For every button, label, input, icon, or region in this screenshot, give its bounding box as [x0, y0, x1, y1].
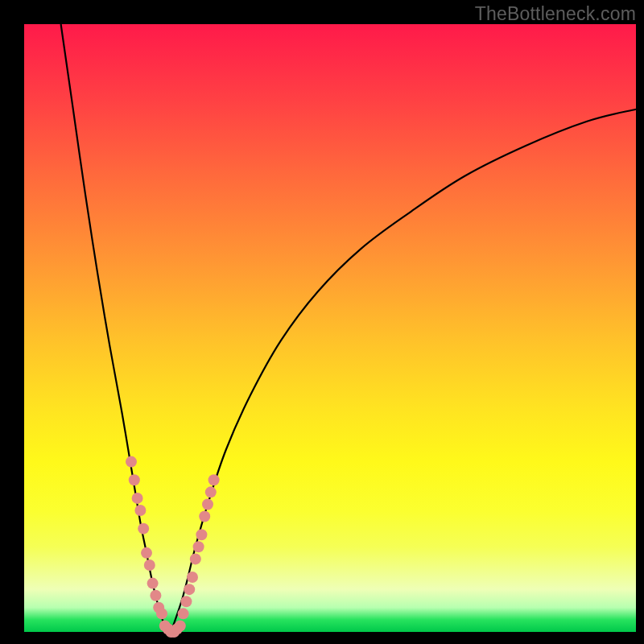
plot-area — [24, 24, 636, 632]
data-marker — [196, 529, 207, 540]
data-marker — [175, 620, 186, 631]
right-curve — [171, 109, 636, 632]
data-marker — [150, 590, 161, 601]
data-marker — [144, 559, 155, 571]
data-marker — [178, 608, 189, 619]
marker-group — [126, 456, 220, 638]
chart-frame: TheBottleneck.com — [0, 0, 644, 644]
left-curve — [61, 24, 171, 632]
data-marker — [202, 498, 213, 510]
data-marker — [187, 572, 198, 583]
data-marker — [208, 474, 220, 485]
data-marker — [180, 596, 192, 607]
data-marker — [132, 493, 143, 504]
data-marker — [147, 578, 159, 589]
data-marker — [190, 553, 201, 564]
data-marker — [138, 523, 149, 535]
curves-svg — [24, 24, 636, 632]
data-marker — [205, 486, 217, 497]
data-marker — [193, 541, 204, 552]
data-marker — [199, 511, 210, 522]
curve-group — [61, 24, 636, 632]
watermark-text: TheBottleneck.com — [475, 3, 636, 25]
data-marker — [126, 456, 137, 468]
data-marker — [184, 584, 195, 595]
data-marker — [156, 608, 167, 619]
data-marker — [134, 505, 146, 516]
data-marker — [129, 474, 140, 485]
data-marker — [141, 547, 152, 559]
